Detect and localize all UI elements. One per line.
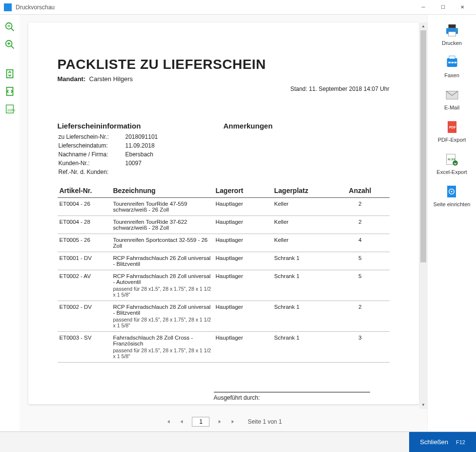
preview-area: PACKLISTE ZU LIEFERSCHEIN Mandant: Carst… [20,15,427,431]
svg-point-25 [453,160,458,166]
fit-width-icon[interactable] [4,86,15,97]
svg-line-1 [11,28,14,31]
info-row: Ref.-Nr. d. Kunden: [59,168,158,176]
table-row: ET0002 - DVRCP Fahrradschlauch 28 Zoll u… [58,301,390,332]
svg-rect-12 [448,24,455,28]
right-toolbar: Drucken Faxen E-Mail PDF PDF-Export XLSX… [427,15,476,431]
window-title: Druckvorschau [16,4,414,11]
pdf-export-button[interactable]: PDF PDF-Export [438,119,466,143]
notes-header: Anmerkungen [224,122,390,130]
info-table: zu Lieferschein-Nr.:2018091101Liefersche… [58,132,159,177]
fax-button[interactable]: Faxen [443,55,461,78]
table-row: ET0001 - DVRCP Fahrradschlauch 26 Zoll u… [58,252,390,270]
footer: Schließen F12 [0,431,476,452]
page-title: PACKLISTE ZU LIEFERSCHEIN [58,57,390,72]
info-row: Nachname / Firma:Ebersbach [59,151,158,158]
next-page-icon[interactable] [216,418,223,425]
page-input[interactable] [192,417,209,427]
email-icon [443,87,461,103]
document-page: PACKLISTE ZU LIEFERSCHEIN Mandant: Carst… [28,22,419,404]
preview-scroll[interactable]: PACKLISTE ZU LIEFERSCHEIN Mandant: Carst… [20,15,427,412]
prev-page-icon[interactable] [178,418,185,425]
zoom-100-icon[interactable]: 100% [4,104,15,114]
page-setup-icon [443,184,460,199]
svg-text:PDF: PDF [449,126,456,129]
info-row: Kunden-Nr.:10097 [59,159,158,167]
svg-point-14 [455,30,457,31]
maximize-button[interactable]: ☐ [433,4,453,10]
email-button[interactable]: E-Mail [443,87,461,110]
first-page-icon[interactable] [165,418,171,425]
titlebar: Druckvorschau ─ ☐ ✕ [0,0,476,15]
table-row: ET0003 - SVFahrradschlauch 28 Zoll Cross… [58,332,390,363]
table-row: ET0004 - 26Tourenreifen TourRide 47-559 … [58,198,390,216]
signature-line: Ausgeführt durch: [214,392,370,401]
zoom-in-icon[interactable] [4,39,15,50]
minimize-button[interactable]: ─ [414,4,433,10]
table-row: ET0004 - 28Tourenreifen TourRide 37-622 … [58,216,390,234]
svg-text:100%: 100% [7,108,16,112]
stand-line: Stand: 11. September 2018 14:07 Uhr [58,86,390,92]
svg-rect-17 [448,62,451,64]
excel-icon: XLSX [443,151,460,167]
info-row: zu Lieferschein-Nr.:2018091101 [59,133,158,141]
items-table: Artikel-Nr. Bezeichnung Lagerort Lagerpl… [58,184,390,363]
fax-icon [443,55,461,70]
mandant-line: Mandant: Carsten Hilgers [58,75,390,83]
zoom-out-icon[interactable] [4,22,15,32]
table-row: ET0005 - 26Tourenreifen Sportcontact 32-… [58,234,390,252]
left-toolbar: 100% [0,15,20,431]
fit-page-icon[interactable] [4,68,15,79]
scroll-thumb[interactable] [420,30,426,262]
app-icon [4,3,12,11]
svg-rect-19 [454,62,456,64]
table-row: ET0002 - AVRCP Fahrradschlauch 28 Zoll u… [58,270,390,301]
pager: Seite 1 von 1 [20,412,427,431]
close-window-button[interactable]: ✕ [453,4,472,10]
info-row: Lieferscheindatum:11.09.2018 [59,142,158,150]
info-header: Lieferscheininformation [58,122,224,130]
svg-rect-18 [451,62,454,64]
print-button[interactable]: Drucken [442,22,462,46]
pdf-icon: PDF [443,119,461,135]
svg-point-28 [451,191,453,193]
svg-rect-16 [449,56,455,59]
printer-icon [443,22,461,38]
svg-line-4 [11,46,14,49]
svg-text:XLSX: XLSX [448,158,455,161]
excel-export-button[interactable]: XLSX Excel-Export [436,151,467,175]
svg-rect-13 [448,32,455,36]
page-setup-button[interactable]: Seite einrichten [434,184,471,207]
scroll-down-arrow[interactable]: ▼ [419,401,427,409]
last-page-icon[interactable] [230,418,237,425]
vertical-scrollbar[interactable]: ▲ ▼ [419,22,427,409]
scroll-up-arrow[interactable]: ▲ [419,22,427,30]
close-button[interactable]: Schließen F12 [409,432,476,452]
page-info: Seite 1 von 1 [248,418,282,425]
